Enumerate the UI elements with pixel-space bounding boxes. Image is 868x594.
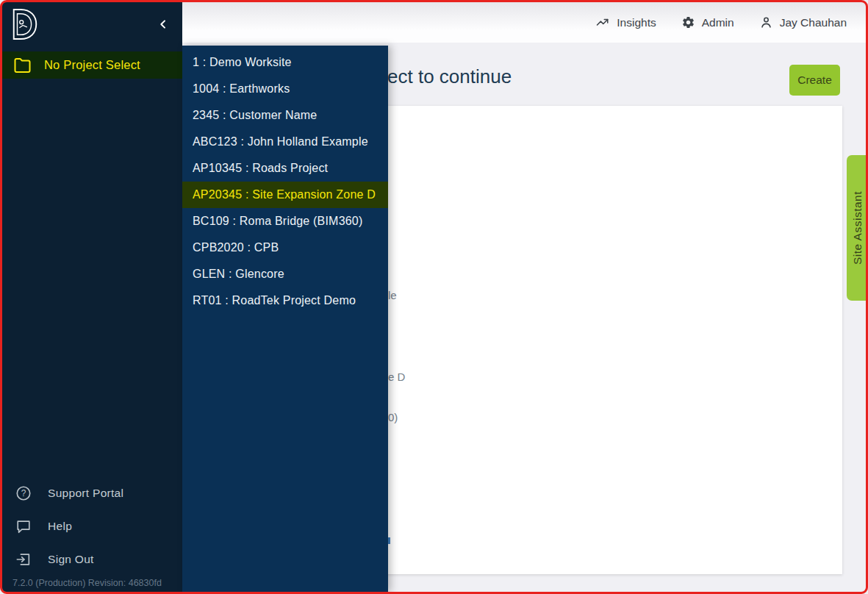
create-button[interactable]: Create (789, 65, 840, 96)
project-selector[interactable]: No Project Select (2, 51, 182, 79)
project-dropdown-menu: 1 : Demo Worksite 1004 : Earthworks 2345… (182, 46, 388, 592)
sidebar-item-label: Support Portal (48, 487, 123, 500)
dropdown-item[interactable]: ABC123 : John Holland Example (182, 129, 388, 155)
sidebar-item-label: Help (48, 520, 72, 533)
app-viewport: No Project Select ? Support Portal Help (0, 0, 868, 594)
nav-label: Admin (702, 16, 734, 29)
folder-icon (13, 57, 32, 74)
sidebar-item-help[interactable]: Help (2, 509, 182, 543)
dropdown-item[interactable]: AP10345 : Roads Project (182, 155, 388, 182)
nav-insights[interactable]: Insights (595, 16, 656, 29)
sidebar-item-label: Sign Out (48, 553, 94, 566)
gear-icon (681, 15, 695, 29)
sidebar: No Project Select ? Support Portal Help (2, 2, 182, 592)
dropdown-item[interactable]: RT01 : RoadTek Project Demo (182, 287, 388, 314)
chat-bubble-icon (15, 518, 32, 534)
nav-user-menu[interactable]: Jay Chauhan (759, 15, 847, 29)
nav-admin[interactable]: Admin (681, 15, 734, 29)
dropdown-item[interactable]: GLEN : Glencore (182, 261, 388, 287)
chevron-left-icon (157, 18, 169, 30)
user-name-label: Jay Chauhan (780, 16, 847, 29)
dropdown-item[interactable]: 1 : Demo Worksite (182, 49, 388, 76)
selected-project-label: No Project Select (44, 58, 140, 72)
obscured-text-fragment: 0) (388, 411, 398, 423)
sidebar-collapse-button[interactable] (154, 15, 172, 33)
sidebar-footer: ? Support Portal Help Sign Out (2, 476, 182, 576)
dropdown-item[interactable]: 2345 : Customer Name (182, 102, 388, 129)
dropdown-item[interactable]: CPB2020 : CPB (182, 235, 388, 261)
obscured-link-fragment (388, 537, 390, 544)
top-bar: Insights Admin Jay Chauhan (182, 2, 866, 43)
help-circle-icon: ? (15, 485, 32, 501)
sign-out-icon (15, 551, 32, 568)
app-version-text: 7.2.0 (Production) Revision: 46830fd (12, 578, 162, 588)
svg-text:?: ? (21, 488, 26, 498)
user-icon (759, 15, 773, 29)
sidebar-item-support-portal[interactable]: ? Support Portal (2, 476, 182, 509)
site-assistant-label: Site Assistant (851, 191, 864, 265)
dropdown-item[interactable]: BC109 : Roma Bridge (BIM360) (182, 208, 388, 235)
obscured-text-fragment: le (388, 289, 397, 301)
obscured-text-fragment: e D (388, 371, 405, 383)
page-title: ect to continue (387, 65, 512, 88)
trending-up-icon (595, 16, 610, 29)
site-assistant-tab[interactable]: Site Assistant (847, 155, 868, 301)
nav-label: Insights (617, 16, 656, 29)
dropdown-item-highlighted[interactable]: AP20345 : Site Expansion Zone D (182, 182, 388, 208)
app-logo-icon (10, 7, 40, 41)
sidebar-item-sign-out[interactable]: Sign Out (2, 543, 182, 576)
dropdown-item[interactable]: 1004 : Earthworks (182, 76, 388, 102)
